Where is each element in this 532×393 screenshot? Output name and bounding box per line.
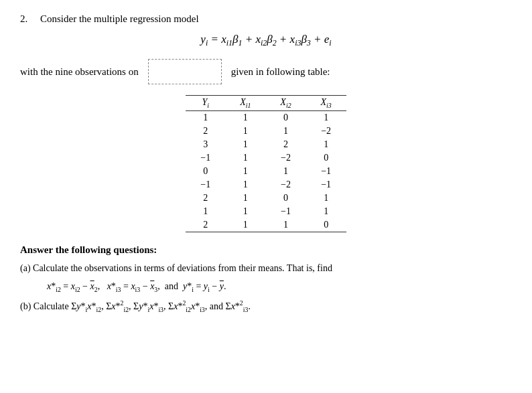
table-cell: 2 — [265, 138, 306, 151]
table-cell: 1 — [186, 205, 225, 218]
table-cell: 1 — [225, 151, 265, 165]
table-cell: 1 — [265, 218, 306, 232]
data-table: Yi Xi1 Xi2 Xi3 1101211−23121−11−20011−1−… — [186, 95, 346, 232]
part-a-formula: x*i2 = xi2 − x2, x*i3 = xi3 − x3, and y*… — [47, 281, 226, 291]
table-cell: 1 — [306, 111, 346, 125]
part-b: (b) Calculate Σy*ix*i2, Σx*2i2, Σy*ix*i3… — [20, 299, 512, 315]
table-cell: 1 — [186, 111, 225, 125]
problem-container: 2. Consider the multiple regression mode… — [20, 13, 512, 25]
part-b-text: (b) Calculate Σy*ix*i2, Σx*2i2, Σy*ix*i3… — [20, 301, 251, 311]
table-cell: 1 — [306, 138, 346, 151]
table-cell: 1 — [306, 191, 346, 205]
problem-title: Consider the multiple regression model — [40, 13, 199, 25]
table-cell: 1 — [225, 111, 265, 125]
table-cell: 1 — [265, 165, 306, 178]
table-cell: −1 — [186, 151, 225, 165]
table-cell: 1 — [225, 191, 265, 205]
table-cell: 1 — [225, 138, 265, 151]
placeholder-box — [148, 59, 222, 84]
answer-heading: Answer the following questions: — [20, 244, 512, 256]
table-cell: −1 — [265, 205, 306, 218]
table-cell: 1 — [306, 205, 346, 218]
table-cell: 2 — [186, 218, 225, 232]
table-cell: 0 — [265, 111, 306, 125]
col-header-x2: Xi2 — [265, 96, 306, 111]
table-cell: 1 — [225, 178, 265, 191]
and-1: and — [165, 281, 178, 291]
main-equation: yi = xi1β1 + xi2β2 + xi3β3 + ei — [20, 33, 512, 48]
table-cell: −2 — [265, 178, 306, 191]
table-cell: 2 — [186, 125, 225, 138]
table-cell: 3 — [186, 138, 225, 151]
equation-text: yi = xi1β1 + xi2β2 + xi3β3 + ei — [200, 33, 331, 46]
table-cell: 1 — [265, 125, 306, 138]
table-cell: 2 — [186, 191, 225, 205]
table-cell: 1 — [225, 218, 265, 232]
and-2: and — [210, 301, 223, 311]
answer-section: Answer the following questions: (a) Calc… — [20, 244, 512, 315]
data-table-wrapper: Yi Xi1 Xi2 Xi3 1101211−23121−11−20011−1−… — [20, 95, 512, 232]
table-cell: 1 — [225, 125, 265, 138]
with-text: with the nine observations on — [20, 66, 139, 78]
table-cell: 0 — [186, 165, 225, 178]
table-cell: 1 — [225, 205, 265, 218]
part-a: (a) Calculate the observations in terms … — [20, 261, 512, 275]
col-header-x1: Xi1 — [225, 96, 265, 111]
table-cell: 0 — [265, 191, 306, 205]
table-cell: 1 — [225, 165, 265, 178]
observations-line: with the nine observations on given in f… — [20, 59, 512, 84]
table-cell: −2 — [265, 151, 306, 165]
table-cell: 0 — [306, 151, 346, 165]
part-a-formula-line: x*i2 = xi2 − x2, x*i3 = xi3 − x3, and y*… — [47, 279, 512, 295]
col-header-x3: Xi3 — [306, 96, 346, 111]
table-cell: 0 — [306, 218, 346, 232]
table-cell: −1 — [306, 165, 346, 178]
table-cell: −1 — [186, 178, 225, 191]
given-text: given in following table: — [231, 66, 330, 78]
col-header-y: Yi — [186, 96, 225, 111]
problem-number: 2. — [20, 13, 34, 25]
table-cell: −2 — [306, 125, 346, 138]
part-a-text: (a) Calculate the observations in terms … — [20, 263, 332, 273]
table-cell: −1 — [306, 178, 346, 191]
